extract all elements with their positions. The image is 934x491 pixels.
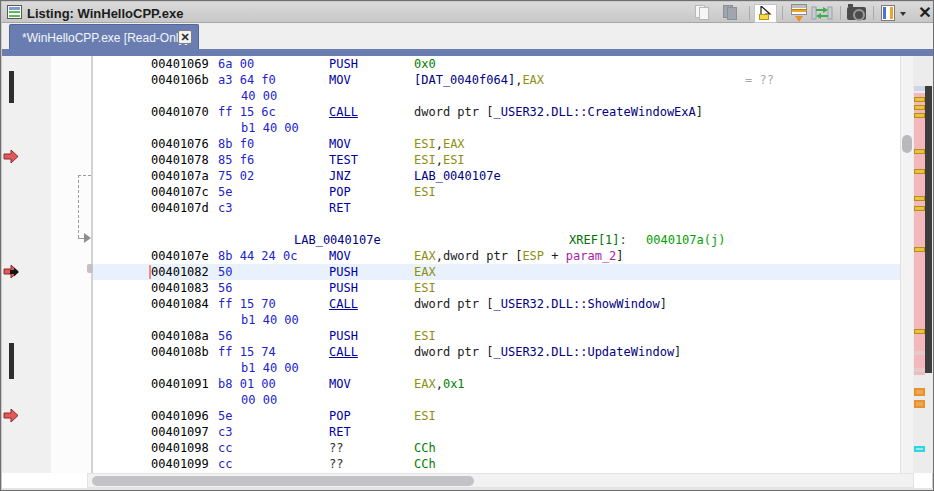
overview-yellow-mark[interactable] [914,169,925,174]
overview-margin[interactable] [913,56,934,473]
bytes[interactable]: 40 00 [241,88,277,104]
operand-token[interactable]: EAX [414,377,436,391]
operands[interactable]: EAX,dword ptr [ESP + param_2] [414,248,624,264]
bytes[interactable]: 6a 00 [218,56,254,72]
instruction-row[interactable]: 004010965ePOPESI [93,408,900,424]
instruction-row[interactable]: 0040108356PUSHESI [93,280,900,296]
operand-token[interactable]: EAX [443,137,465,151]
address[interactable]: 0040107e [151,248,209,264]
mnemonic[interactable]: RET [329,200,351,216]
operand-token[interactable]: _USER32.DLL::CreateWindowExA [493,105,695,119]
operand-token[interactable]: ESI [414,329,436,343]
mnemonic[interactable]: CALL [329,104,358,120]
bytes[interactable]: b1 40 00 [241,360,299,376]
listing-rows[interactable]: 004010696a 00PUSH0x00040106ba3 64 f0MOV[… [93,56,900,473]
operand-token[interactable]: CCh [414,457,436,471]
operands[interactable]: 0x0 [414,56,436,72]
operand-token[interactable]: EAX [414,249,436,263]
bytes[interactable]: cc [218,440,232,456]
address[interactable]: 00401096 [151,408,209,424]
operand-token[interactable]: ESI [414,137,436,151]
bytes[interactable]: 5e [218,184,232,200]
address[interactable]: 0040108a [151,328,209,344]
address[interactable]: 00401076 [151,136,209,152]
address[interactable]: 00401099 [151,456,209,472]
mnemonic[interactable]: JNZ [329,168,351,184]
mnemonic[interactable]: MOV [329,136,351,152]
vertical-scrollbar[interactable] [900,56,913,473]
instruction-row[interactable]: 0040107dc3RET [93,200,900,216]
overview-yellow-mark[interactable] [914,97,925,102]
mnemonic[interactable]: ?? [329,456,343,472]
bookmark-arrow-icon[interactable] [3,149,20,164]
mnemonic[interactable]: RET [329,424,351,440]
tab-winhellocpp[interactable]: *WinHelloCPP.exe [Read-Only] ✕ [9,24,199,49]
instruction-row[interactable]: 00401091b8 01 00MOVEAX,0x1 [93,376,900,392]
bytes[interactable]: 8b 44 24 0c [218,248,297,264]
address[interactable]: 00401097 [151,424,209,440]
instruction-row[interactable]: 0040108bff 15 74CALLdword ptr [_USER32.D… [93,344,900,360]
bytes[interactable]: cc [218,456,232,472]
mnemonic[interactable]: POP [329,184,351,200]
bytes[interactable]: b1 40 00 [241,120,299,136]
instruction-row[interactable]: 0040107c5ePOPESI [93,184,900,200]
listing-display-icon[interactable] [881,5,895,21]
operand-token[interactable]: ESP [522,249,544,263]
address[interactable]: 00401084 [151,296,209,312]
bytes-continuation-row[interactable]: 00 00 [93,392,900,408]
overview-dark-bar[interactable] [925,86,932,373]
close-icon[interactable]: ✕ [917,4,933,21]
bytes[interactable]: 8b f0 [218,136,254,152]
bytes-continuation-row[interactable]: 40 00 [93,88,900,104]
mnemonic[interactable]: MOV [329,248,351,264]
overview-orange-mark[interactable] [914,400,925,408]
operand-token[interactable]: _USER32.DLL::ShowWindow [493,297,659,311]
address[interactable]: 0040108b [151,344,209,360]
mnemonic[interactable]: PUSH [329,264,358,280]
bytes[interactable]: ff 15 74 [218,344,276,360]
copy-icon[interactable] [695,5,719,21]
operand-token[interactable]: EAX [522,73,544,87]
bytes[interactable]: 85 f6 [218,152,254,168]
instruction-row[interactable]: 00401084ff 15 70CALLdword ptr [_USER32.D… [93,296,900,312]
instruction-row[interactable]: 0040107885 f6TESTESI,ESI [93,152,900,168]
bytes[interactable]: 00 00 [241,392,277,408]
bytes[interactable]: c3 [218,200,232,216]
snapshot-icon[interactable] [847,7,866,20]
address[interactable]: 00401082 [151,264,209,280]
bytes[interactable]: 75 02 [218,168,254,184]
bytes[interactable]: 56 [218,328,232,344]
bytes-continuation-row[interactable]: b1 40 00 [93,312,900,328]
operands[interactable]: ESI,EAX [414,136,465,152]
overview-faint-mark[interactable] [914,351,925,355]
bytes-continuation-row[interactable]: b1 40 00 [93,360,900,376]
instruction-row[interactable]: 00401097c3RET [93,424,900,440]
operand-token[interactable]: , [436,377,443,391]
xref-header[interactable]: XREF[1]: [569,232,627,248]
bytes[interactable]: a3 64 f0 [218,72,276,88]
bookmark-arrow-icon[interactable] [3,408,20,423]
address[interactable]: 00401070 [151,104,209,120]
address[interactable]: 00401069 [151,56,209,72]
operand-token[interactable]: ,dword ptr [ [436,249,523,263]
operand-token[interactable]: LAB_0040107e [414,169,501,183]
operands[interactable]: CCh [414,440,436,456]
instruction-row[interactable]: 0040107e8b 44 24 0cMOVEAX,dword ptr [ESP… [93,248,900,264]
overview-yellow-mark[interactable] [914,329,925,334]
operands[interactable]: ESI [414,328,436,344]
mnemonic[interactable]: POP [329,408,351,424]
instruction-row[interactable]: 004010768b f0MOVESI,EAX [93,136,900,152]
instruction-row[interactable]: 00401070ff 15 6cCALLdword ptr [_USER32.D… [93,104,900,120]
overview-orange-mark[interactable] [914,388,925,396]
bytes[interactable]: c3 [218,424,232,440]
address[interactable]: 0040107a [151,168,209,184]
paste-icon[interactable] [723,5,747,21]
operands[interactable]: dword ptr [_USER32.DLL::ShowWindow] [414,296,667,312]
operands[interactable]: EAX [414,264,436,280]
mnemonic[interactable]: TEST [329,152,358,168]
operand-token[interactable]: ] [660,297,667,311]
operands[interactable]: LAB_0040107e [414,168,501,184]
bytes[interactable]: ff 15 6c [218,104,276,120]
operand-token[interactable]: , [436,153,443,167]
bytes[interactable]: 5e [218,408,232,424]
